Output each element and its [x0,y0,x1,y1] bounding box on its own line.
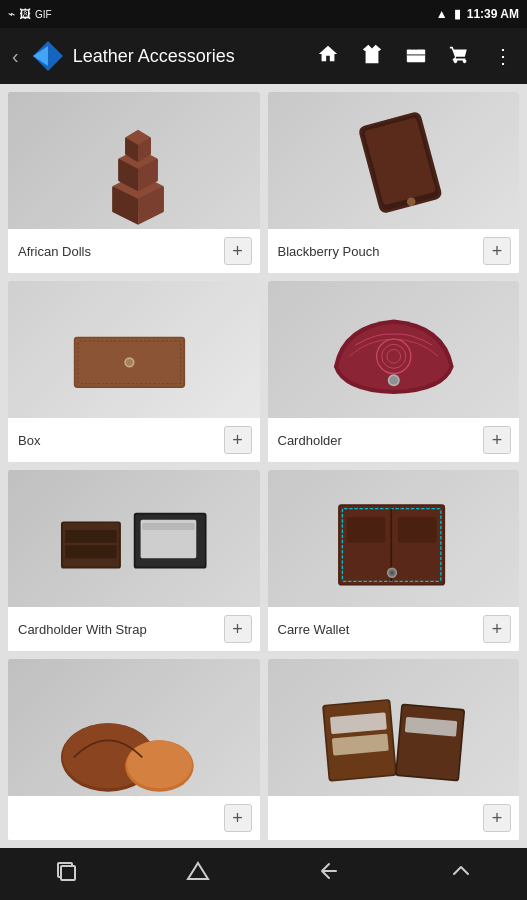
product-image-7[interactable] [8,659,260,796]
box-svg [8,281,260,418]
product-card-3: Box + [8,281,260,462]
status-right: ▲ ▮ 11:39 AM [436,7,519,21]
product-image-5[interactable] [8,470,260,607]
product-card-5: Cardholder With Strap + [8,470,260,651]
product-name-4: Cardholder [278,433,342,448]
product-name-5: Cardholder With Strap [18,622,147,637]
product-footer-5: Cardholder With Strap + [8,607,260,651]
up-button[interactable] [433,851,489,897]
product-card-6: Carre Wallet + [268,470,520,651]
app-bar: ‹ Leather Accessories [0,28,527,84]
product-footer-4: Cardholder + [268,418,520,462]
app-bar-actions: ⋮ [311,39,519,74]
shirt-icon[interactable] [355,39,389,74]
product-card-1: African Dolls + [8,92,260,273]
svg-point-50 [127,740,192,788]
add-button-3[interactable]: + [224,426,252,454]
recent-apps-button[interactable] [38,851,94,897]
briefcase-icon[interactable] [399,39,433,74]
home-icon[interactable] [311,39,345,74]
add-button-7[interactable]: + [224,804,252,832]
svg-rect-56 [396,705,463,779]
home-button[interactable] [170,851,226,897]
back-button-nav[interactable] [301,851,357,897]
svg-rect-46 [398,517,437,543]
product-name-3: Box [18,433,40,448]
add-button-8[interactable]: + [483,804,511,832]
svg-rect-33 [65,545,116,558]
image-icon: 🖼 [19,7,31,21]
svg-rect-32 [65,530,116,543]
carre-wallet-svg [268,470,520,607]
product-image-3[interactable] [8,281,260,418]
add-button-4[interactable]: + [483,426,511,454]
cardholder-svg [268,281,520,418]
coin-purse-svg [8,659,260,796]
svg-rect-2 [407,49,425,62]
product-image-4[interactable] [268,281,520,418]
product-footer-7: + [8,796,260,840]
product-footer-2: Blackberry Pouch + [268,229,520,273]
cardholder-strap-svg [8,470,260,607]
product-card-8: + [268,659,520,840]
status-icons: ⌁ 🖼 GIF [8,7,52,21]
svg-rect-18 [363,117,435,205]
status-bar: ⌁ 🖼 GIF ▲ ▮ 11:39 AM [0,0,527,28]
product-image-6[interactable] [268,470,520,607]
product-image-2[interactable] [268,92,520,229]
product-card-4: Cardholder + [268,281,520,462]
svg-marker-60 [188,863,208,879]
app-logo [33,41,63,71]
usb-icon: ⌁ [8,7,15,21]
bottom-nav-bar [0,848,527,900]
add-button-1[interactable]: + [224,237,252,265]
add-button-2[interactable]: + [483,237,511,265]
back-button[interactable]: ‹ [8,41,23,72]
svg-rect-59 [61,866,75,880]
more-icon[interactable]: ⋮ [487,40,519,72]
product-footer-8: + [268,796,520,840]
african-dolls-svg [8,92,260,229]
svg-rect-45 [346,517,385,543]
product-grid: African Dolls + Blackberry Pouch + [0,84,527,848]
add-button-6[interactable]: + [483,615,511,643]
time-display: 11:39 AM [467,7,519,21]
blackberry-svg [268,92,520,229]
svg-point-44 [390,571,393,574]
product-name-2: Blackberry Pouch [278,244,380,259]
product-name-6: Carre Wallet [278,622,350,637]
cart-icon[interactable] [443,39,477,74]
gif-icon: GIF [35,9,52,20]
svg-point-23 [126,359,133,366]
product-card-2: Blackberry Pouch + [268,92,520,273]
add-button-5[interactable]: + [224,615,252,643]
product-card-7: + [8,659,260,840]
app-bar-title: Leather Accessories [73,46,301,67]
product-image-1[interactable] [8,92,260,229]
product-footer-6: Carre Wallet + [268,607,520,651]
svg-rect-37 [142,523,194,530]
product-footer-1: African Dolls + [8,229,260,273]
battery-icon: ▮ [454,7,461,21]
product-name-1: African Dolls [18,244,91,259]
product-image-8[interactable] [268,659,520,796]
svg-rect-31 [63,523,120,567]
wallet2-svg [268,659,520,796]
svg-point-29 [389,376,398,385]
wifi-icon: ▲ [436,7,448,21]
product-footer-3: Box + [8,418,260,462]
